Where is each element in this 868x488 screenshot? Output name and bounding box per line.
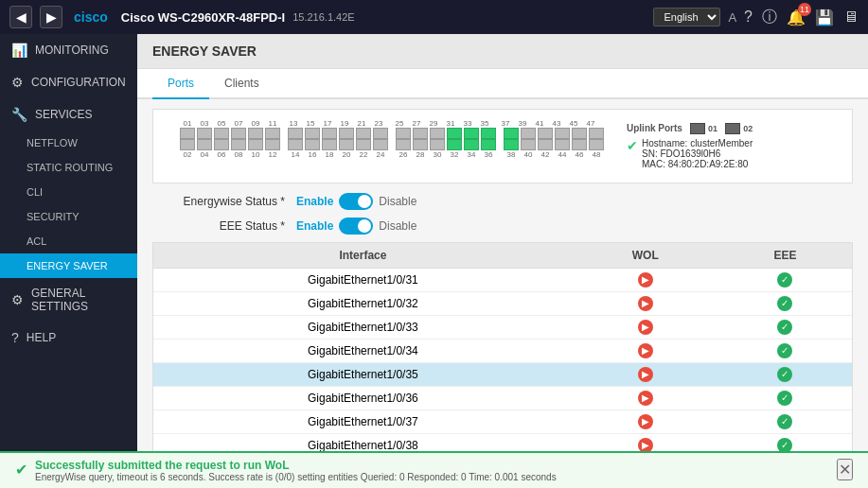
wol-icon[interactable]: ▶: [638, 272, 653, 288]
forward-button[interactable]: ▶: [40, 6, 62, 28]
port-block[interactable]: [339, 139, 354, 150]
port-block[interactable]: [265, 139, 280, 150]
cisco-logo: cisco: [74, 9, 108, 25]
port-block[interactable]: [521, 128, 536, 139]
cell-interface: GigabitEthernet1/0/34: [153, 340, 573, 363]
port-block[interactable]: [572, 128, 587, 139]
eee-icon[interactable]: ✓: [777, 367, 792, 382]
eee-icon[interactable]: ✓: [777, 296, 792, 311]
port-block[interactable]: [180, 128, 195, 139]
energywise-toggle-group: Enable Disable: [296, 193, 416, 210]
table-row[interactable]: GigabitEthernet1/0/35▶✓: [153, 363, 852, 387]
sidebar-item-services[interactable]: 🔧 SERVICES: [0, 98, 137, 131]
eee-toggle[interactable]: [339, 218, 373, 235]
table-row[interactable]: GigabitEthernet1/0/36▶✓: [153, 387, 852, 410]
port-block[interactable]: [248, 128, 263, 139]
port-block[interactable]: [481, 128, 496, 139]
port-block[interactable]: [214, 139, 229, 150]
port-block[interactable]: [197, 139, 212, 150]
sidebar-item-monitoring[interactable]: 📊 MONITORING: [0, 34, 137, 66]
sidebar-item-static-routing[interactable]: STATIC ROUTING: [0, 155, 137, 180]
port-block[interactable]: [265, 128, 280, 139]
help-icon[interactable]: ?: [744, 9, 753, 26]
configuration-label: CONFIGURATION: [31, 76, 126, 89]
port-block[interactable]: [356, 139, 371, 150]
port-block[interactable]: [231, 139, 246, 150]
port-block[interactable]: [322, 128, 337, 139]
wol-icon[interactable]: ▶: [638, 320, 653, 335]
info-icon[interactable]: ⓘ: [762, 8, 777, 27]
port-block[interactable]: [231, 128, 246, 139]
port-block[interactable]: [248, 139, 263, 150]
port-block[interactable]: [464, 128, 479, 139]
language-select[interactable]: English: [653, 8, 720, 26]
sidebar-item-netflow[interactable]: NETFLOW: [0, 131, 137, 155]
sidebar-item-energy-saver[interactable]: ENERGY SAVER: [0, 253, 137, 278]
tab-clients[interactable]: Clients: [209, 69, 275, 99]
port-block[interactable]: [322, 139, 337, 150]
port-block[interactable]: [538, 139, 553, 150]
monitor-icon[interactable]: 🖥: [843, 9, 859, 26]
wol-icon[interactable]: ▶: [638, 414, 653, 429]
cell-eee: ✓: [718, 292, 852, 316]
eee-icon[interactable]: ✓: [777, 343, 792, 358]
sidebar-item-cli[interactable]: CLI: [0, 180, 137, 204]
port-block[interactable]: [396, 139, 411, 150]
port-block[interactable]: [464, 139, 479, 150]
port-block[interactable]: [413, 128, 428, 139]
port-block[interactable]: [288, 128, 303, 139]
uplink-check-icon: ✔: [627, 138, 638, 153]
port-block[interactable]: [305, 139, 320, 150]
port-block[interactable]: [589, 139, 604, 150]
port-block[interactable]: [572, 139, 587, 150]
table-row[interactable]: GigabitEthernet1/0/37▶✓: [153, 410, 852, 434]
sidebar-item-help[interactable]: ? HELP: [0, 322, 137, 354]
port-block[interactable]: [430, 139, 445, 150]
port-block[interactable]: [305, 128, 320, 139]
sidebar-item-general-settings[interactable]: ⚙ GENERAL SETTINGS: [0, 278, 137, 322]
sidebar-item-acl[interactable]: ACL: [0, 229, 137, 253]
port-block[interactable]: [555, 139, 570, 150]
port-block[interactable]: [413, 139, 428, 150]
port-block[interactable]: [447, 128, 462, 139]
port-block[interactable]: [373, 139, 388, 150]
wol-icon[interactable]: ▶: [638, 367, 653, 382]
eee-icon[interactable]: ✓: [777, 414, 792, 429]
wol-icon[interactable]: ▶: [638, 391, 653, 406]
eee-icon[interactable]: ✓: [777, 320, 792, 335]
port-block[interactable]: [180, 139, 195, 150]
tab-ports[interactable]: Ports: [152, 69, 209, 99]
port-block[interactable]: [373, 128, 388, 139]
port-block[interactable]: [214, 128, 229, 139]
port-block[interactable]: [288, 139, 303, 150]
table-row[interactable]: GigabitEthernet1/0/32▶✓: [153, 292, 852, 316]
port-block[interactable]: [339, 128, 354, 139]
port-block[interactable]: [356, 128, 371, 139]
sidebar-item-configuration[interactable]: ⚙ CONFIGURATION: [0, 66, 137, 98]
port-block[interactable]: [504, 139, 519, 150]
back-button[interactable]: ◀: [9, 6, 32, 28]
wol-icon[interactable]: ▶: [638, 296, 653, 311]
port-block[interactable]: [430, 128, 445, 139]
port-block[interactable]: [447, 139, 462, 150]
save-icon[interactable]: 💾: [815, 9, 834, 26]
table-row[interactable]: GigabitEthernet1/0/31▶✓: [153, 269, 852, 292]
energywise-toggle[interactable]: [339, 193, 373, 210]
success-close-button[interactable]: ✕: [837, 459, 853, 480]
port-block[interactable]: [504, 128, 519, 139]
notifications-icon[interactable]: 🔔 11: [787, 9, 806, 26]
eee-icon[interactable]: ✓: [777, 272, 792, 288]
wol-icon[interactable]: ▶: [638, 343, 653, 358]
port-block[interactable]: [521, 139, 536, 150]
table-row[interactable]: GigabitEthernet1/0/34▶✓: [153, 340, 852, 363]
sidebar-item-security[interactable]: SECURITY: [0, 204, 137, 229]
port-block[interactable]: [555, 128, 570, 139]
success-description: EnergyWise query, timeout is 6 seconds. …: [35, 472, 557, 482]
eee-icon[interactable]: ✓: [777, 391, 792, 406]
table-row[interactable]: GigabitEthernet1/0/33▶✓: [153, 316, 852, 340]
port-block[interactable]: [197, 128, 212, 139]
port-block[interactable]: [538, 128, 553, 139]
port-block[interactable]: [589, 128, 604, 139]
port-block[interactable]: [396, 128, 411, 139]
port-block[interactable]: [481, 139, 496, 150]
